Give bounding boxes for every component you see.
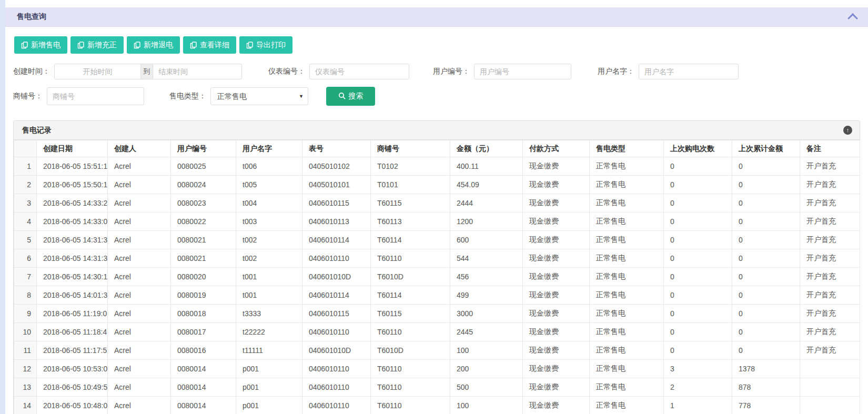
table-cell: 正常售电 [590,249,664,268]
table-row[interactable]: 82018-06-05 14:01:3Acrel0080019t00104060… [14,286,860,305]
table-cell: 0406010114 [302,286,371,305]
table-cell: 0 [664,176,732,194]
table-cell: 100 [450,397,523,414]
table-cell: 0080014 [171,360,236,378]
table-cell: T60114 [371,286,450,305]
column-header: 售电类型 [590,140,664,157]
add-refund-button[interactable]: 新增退电 [127,36,180,54]
table-cell: 0080018 [171,305,236,323]
column-header: 商铺号 [371,140,450,157]
table-cell: 040601010D [302,268,371,286]
table-cell: 现金缴费 [523,378,590,397]
table-row[interactable]: 92018-06-05 11:19:0Acrel0080018t33330406… [14,305,860,323]
table-head: 创建日期创建人用户编号用户名字表号商铺号金额（元）付款方式售电类型上次购电次数上… [14,140,860,157]
row-index-cell: 11 [14,341,37,360]
table-cell: 开户首充 [800,213,860,231]
search-button[interactable]: 搜索 [326,87,375,106]
table-cell: 开户首充 [800,249,860,268]
table-cell: 0 [664,231,732,249]
table-cell: 正常售电 [590,378,664,397]
export-print-button[interactable]: 导出打印 [239,36,292,54]
view-detail-button[interactable]: 查看详细 [183,36,236,54]
meter-no-input[interactable] [309,64,409,79]
table-cell: 0 [732,194,800,213]
shop-no-label: 商铺号： [13,92,43,101]
table-row[interactable]: 112018-06-05 11:17:5Acrel0080016t1111104… [14,341,860,360]
table-cell: T60110 [371,360,450,378]
column-header: 上次购电次数 [664,140,732,157]
sale-type-select[interactable]: 正常售电 [210,87,308,105]
search-icon [338,92,346,101]
row-index-cell: 9 [14,305,37,323]
table-cell: Acrel [108,360,171,378]
search-button-label: 搜索 [349,92,364,101]
row-index-cell: 2 [14,176,37,194]
table-row[interactable]: 132018-06-05 10:49:5Acrel0080014p0010406… [14,378,860,397]
table-cell: 开户首充 [800,231,860,249]
table-cell: 正常售电 [590,157,664,176]
table-cell: t22222 [236,323,302,341]
start-time-input[interactable] [54,64,141,79]
table-cell: 0 [732,249,800,268]
button-label: 新增充正 [87,41,117,50]
table-cell: 499 [450,286,523,305]
table-cell: t002 [236,249,302,268]
main-content: 售电查询 新增售电 新增充正 新增退电 查看详细 导出打印 创建时间： 到 [5,0,868,414]
user-name-input[interactable] [639,64,739,79]
chevron-up-icon[interactable] [847,13,858,24]
table-cell: T60110 [371,249,450,268]
column-header [14,140,37,157]
table-cell: t3333 [236,305,302,323]
table-row[interactable]: 22018-06-05 15:50:1Acrel0080024t00504050… [14,176,860,194]
table-cell: 2 [664,378,732,397]
table-cell: 3000 [450,305,523,323]
table-cell: t11111 [236,341,302,360]
table-cell: T0102 [371,157,450,176]
table-row[interactable]: 102018-06-05 11:18:4Acrel0080017t2222204… [14,323,860,341]
user-no-input[interactable] [474,64,571,79]
table-cell: 454.09 [450,176,523,194]
table-cell: T60110 [371,397,450,414]
shop-no-input[interactable] [47,87,144,105]
table-cell: 正常售电 [590,231,664,249]
table-row[interactable]: 52018-06-05 14:31:3Acrel0080021t00204060… [14,231,860,249]
table-cell: 0406010113 [302,213,371,231]
table-row[interactable]: 72018-06-05 14:30:1Acrel0080020t00104060… [14,268,860,286]
table-cell: Acrel [108,231,171,249]
table-cell: 0 [664,268,732,286]
table-cell: Acrel [108,341,171,360]
table-cell: T60110 [371,323,450,341]
table-cell: 0080025 [171,157,236,176]
table-cell: Acrel [108,378,171,397]
table-cell: 600 [450,231,523,249]
circle-up-arrow-icon[interactable]: ↑ [843,126,852,135]
table-cell: 2018-06-05 10:53:0 [37,360,108,378]
table-cell: 开户首充 [800,323,860,341]
end-time-input[interactable] [153,64,242,79]
table-row[interactable]: 62018-06-05 14:31:3Acrel0080021t00204060… [14,249,860,268]
toolbar: 新增售电 新增充正 新增退电 查看详细 导出打印 [14,36,868,54]
table-cell: 778 [732,397,800,414]
table-cell: 0 [732,268,800,286]
column-header: 创建人 [108,140,171,157]
add-recharge-button[interactable]: 新增充正 [70,36,124,54]
table-cell: t001 [236,268,302,286]
table-cell: p001 [236,378,302,397]
table-cell: 正常售电 [590,305,664,323]
table-cell: 2018-06-05 10:49:5 [37,378,108,397]
table-cell: 现金缴费 [523,157,590,176]
table-row[interactable]: 42018-06-05 14:33:0Acrel0080022t00304060… [14,213,860,231]
column-header: 用户名字 [236,140,302,157]
table-row[interactable]: 142018-06-05 10:48:0Acrel0080014p0010406… [14,397,860,414]
table-cell: 2018-06-05 11:17:5 [37,341,108,360]
add-sale-button[interactable]: 新增售电 [14,36,67,54]
table-row[interactable]: 122018-06-05 10:53:0Acrel0080014p0010406… [14,360,860,378]
table-body: 12018-06-05 15:51:1Acrel0080025t00604050… [14,157,860,414]
table-cell: 开户首充 [800,286,860,305]
column-header: 上次累计金额 [732,140,800,157]
table-cell: 1 [664,397,732,414]
column-header: 付款方式 [523,140,590,157]
table-row[interactable]: 12018-06-05 15:51:1Acrel0080025t00604050… [14,157,860,176]
table-row[interactable]: 32018-06-05 14:33:2Acrel0080023t00404060… [14,194,860,213]
table-cell: 500 [450,378,523,397]
